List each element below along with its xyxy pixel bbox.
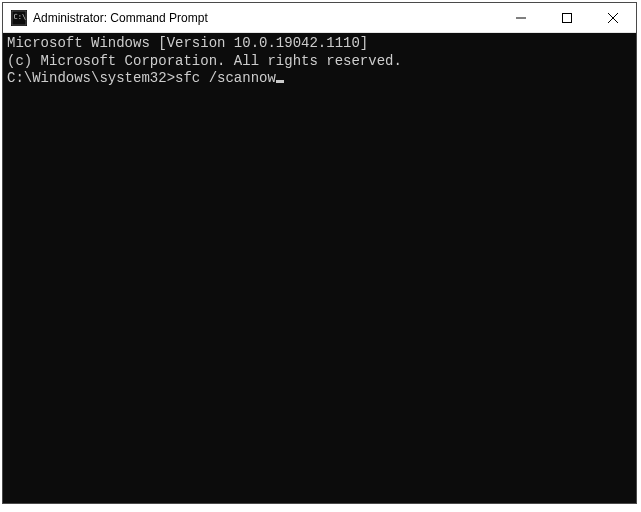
prompt-row: C:\Windows\system32>sfc /scannow: [7, 70, 632, 88]
command-prompt-window: C:\ Administrator: Command Prompt: [2, 2, 637, 504]
minimize-icon: [516, 13, 526, 23]
window-controls: [498, 3, 636, 32]
cmd-icon: C:\: [11, 10, 27, 26]
maximize-icon: [562, 13, 572, 23]
svg-text:C:\: C:\: [14, 13, 27, 21]
svg-rect-4: [563, 14, 572, 23]
copyright-line: (c) Microsoft Corporation. All rights re…: [7, 53, 632, 71]
prompt-path: C:\Windows\system32>: [7, 70, 175, 86]
minimize-button[interactable]: [498, 3, 544, 33]
text-cursor: [276, 80, 284, 83]
version-line: Microsoft Windows [Version 10.0.19042.11…: [7, 35, 632, 53]
maximize-button[interactable]: [544, 3, 590, 33]
terminal-area[interactable]: Microsoft Windows [Version 10.0.19042.11…: [3, 33, 636, 503]
typed-command: sfc /scannow: [175, 70, 276, 86]
close-icon: [608, 13, 618, 23]
window-title: Administrator: Command Prompt: [33, 11, 498, 25]
titlebar[interactable]: C:\ Administrator: Command Prompt: [3, 3, 636, 33]
close-button[interactable]: [590, 3, 636, 33]
